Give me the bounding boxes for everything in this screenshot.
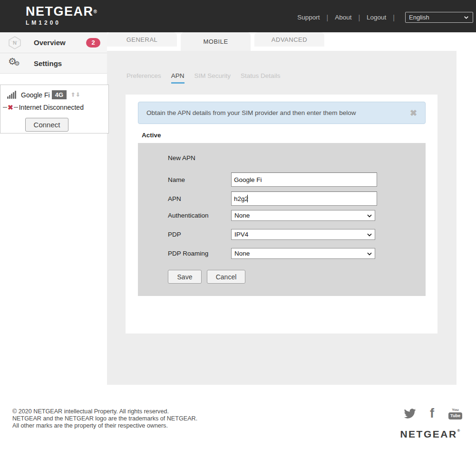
apn-form: New APN Name APN Authentication None — [138, 143, 426, 296]
pdp-select-value: IPV4 — [234, 231, 248, 238]
page-footer: © 2020 NETGEAR intellectual Property. Al… — [0, 385, 476, 467]
brand-name: NETGEAR® — [26, 5, 97, 18]
registered-mark: ® — [457, 429, 461, 433]
sidebar-item-settings[interactable]: ⚙⚙ Settings — [0, 53, 107, 74]
form-row-name: Name — [168, 172, 377, 187]
subtab-sim-security[interactable]: SIM Security — [194, 72, 231, 84]
apn-label: APN — [168, 195, 231, 202]
twitter-icon[interactable] — [403, 408, 417, 419]
app-header: NETGEAR® LM1200 Support | About | Logout… — [0, 0, 476, 32]
pdp-select[interactable]: IPV4 — [231, 229, 375, 240]
chevron-down-icon — [366, 250, 373, 257]
language-select[interactable]: English — [405, 12, 473, 23]
connection-status-text: Internet Disconnected — [19, 104, 84, 111]
svg-text:N: N — [13, 40, 17, 46]
traffic-arrows-icon: ⇧⇩ — [71, 92, 80, 98]
sidebar-item-label: Settings — [34, 59, 62, 67]
apn-field[interactable] — [231, 191, 377, 206]
logout-link[interactable]: Logout — [367, 14, 386, 21]
pdp-roaming-label: PDP Roaming — [168, 250, 231, 257]
facebook-icon[interactable]: f — [430, 407, 434, 420]
apn-card: Obtain the APN details from your SIM pro… — [126, 95, 437, 334]
line-dash — [3, 107, 7, 108]
mobile-tab-content: Preferences APN SIM Security Status Deta… — [107, 51, 457, 385]
subtab-preferences[interactable]: Preferences — [126, 72, 161, 84]
connect-button[interactable]: Connect — [25, 118, 68, 132]
disconnected-x-icon: ✖ — [8, 104, 13, 111]
connection-status-panel: Google Fi 4G ⇧⇩ ✖ Internet Disconnected … — [0, 85, 109, 133]
name-field[interactable] — [231, 172, 377, 187]
netgear-logo: NETGEAR® LM1200 — [26, 5, 97, 26]
text-caret — [247, 195, 248, 202]
banner-message: Obtain the APN details from your SIM pro… — [146, 109, 356, 116]
save-button[interactable]: Save — [168, 270, 202, 284]
chevron-down-icon — [366, 212, 373, 219]
sidebar-item-overview[interactable]: N Overview 2 — [0, 32, 107, 53]
sidebar-item-label: Overview — [34, 38, 66, 47]
copyright-line: © 2020 NETGEAR intellectual Property. Al… — [12, 408, 197, 415]
language-select-value: English — [409, 14, 429, 21]
line-dash — [14, 107, 18, 108]
signal-strength-icon — [7, 91, 17, 99]
chevron-down-icon — [366, 231, 373, 238]
about-link[interactable]: About — [335, 14, 351, 21]
link-separator: | — [393, 14, 395, 21]
support-link[interactable]: Support — [297, 14, 320, 21]
header-links: Support | About | Logout | English — [297, 12, 473, 23]
pdp-roaming-select[interactable]: None — [231, 248, 375, 259]
close-icon[interactable]: ✖ — [410, 109, 417, 117]
subtab-apn[interactable]: APN — [171, 72, 185, 84]
authentication-select-value: None — [234, 212, 250, 219]
form-row-authentication: Authentication None — [168, 210, 375, 221]
tab-mobile[interactable]: MOBILE — [181, 32, 251, 51]
network-type-badge: 4G — [52, 90, 67, 99]
social-links: f You Tube — [403, 407, 462, 420]
form-row-apn: APN — [168, 191, 377, 206]
authentication-select[interactable]: None — [231, 210, 375, 221]
authentication-label: Authentication — [168, 212, 231, 219]
model-name: LM1200 — [26, 19, 97, 26]
form-row-pdp-roaming: PDP Roaming None — [168, 248, 375, 259]
notification-badge: 2 — [86, 38, 100, 48]
copyright-text: © 2020 NETGEAR intellectual Property. Al… — [12, 408, 197, 430]
netgear-genie-icon: N — [8, 36, 21, 49]
youtube-icon[interactable]: You Tube — [448, 408, 462, 419]
link-separator: | — [358, 14, 360, 21]
footer-netgear-logo: NETGEAR® — [400, 429, 461, 440]
network-name: Google Fi — [21, 91, 50, 99]
name-label: Name — [168, 176, 231, 183]
active-section-label: Active — [142, 132, 437, 139]
copyright-line: NETGEAR and the NETGEAR logo are the tra… — [12, 415, 197, 422]
pdp-label: PDP — [168, 231, 231, 238]
form-buttons: Save Cancel — [168, 270, 245, 284]
copyright-line: All other marks are the property of thei… — [12, 422, 197, 429]
info-banner: Obtain the APN details from your SIM pro… — [138, 102, 426, 124]
form-title: New APN — [168, 154, 195, 162]
link-separator: | — [327, 14, 329, 21]
subtab-status-details[interactable]: Status Details — [241, 72, 280, 84]
main-tabbar: GENERAL MOBILE ADVANCED — [107, 32, 476, 51]
cancel-button[interactable]: Cancel — [207, 270, 245, 284]
form-row-pdp: PDP IPV4 — [168, 229, 375, 240]
registered-mark: ® — [94, 9, 98, 14]
tab-general[interactable]: GENERAL — [107, 32, 177, 47]
gear-icon: ⚙⚙ — [8, 57, 21, 69]
chevron-down-icon — [463, 14, 469, 20]
tab-advanced[interactable]: ADVANCED — [254, 32, 324, 47]
pdp-roaming-select-value: None — [234, 250, 250, 257]
mobile-subtabs: Preferences APN SIM Security Status Deta… — [126, 72, 290, 84]
